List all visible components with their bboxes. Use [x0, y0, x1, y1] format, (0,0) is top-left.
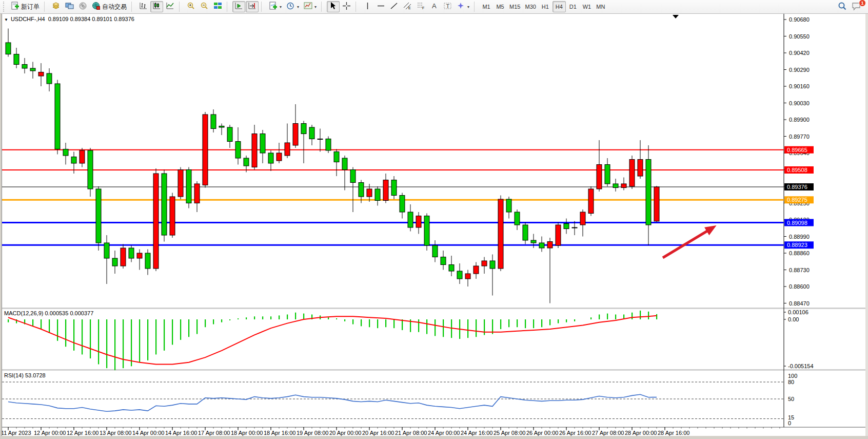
tile-windows-button[interactable] [211, 1, 224, 12]
svg-text:0.88860: 0.88860 [789, 250, 810, 256]
time-label: 28 Apr 00:00 [625, 430, 657, 436]
macd-histogram-bar [533, 319, 534, 328]
candle-body [260, 134, 265, 154]
chevron-down-icon: ▾ [314, 5, 317, 9]
timeframe-h4-button[interactable]: H4 [553, 1, 566, 12]
candle-body [63, 149, 68, 156]
separator [179, 2, 183, 12]
macd-histogram-bar [295, 313, 296, 319]
candle-body [539, 243, 544, 248]
svg-text:50: 50 [788, 396, 794, 402]
line-chart-type-button[interactable] [164, 1, 176, 12]
candle-body [383, 180, 388, 201]
timeframe-m15-button[interactable]: M15 [507, 1, 522, 12]
bar-chart-type-button[interactable] [137, 1, 150, 12]
candle-chart-type-button[interactable] [150, 1, 163, 12]
timeframe-h1-button[interactable]: H1 [539, 1, 552, 12]
macd-histogram-bar [196, 319, 198, 334]
candle-body [408, 212, 413, 227]
macd-histogram-bar [65, 319, 66, 347]
candle-body [523, 225, 528, 240]
chart-symbol-timeframe: USDCHF-,H4 [11, 16, 45, 22]
candle-body [318, 139, 323, 140]
candle-body [252, 134, 257, 167]
indicators-icon [269, 2, 278, 12]
navigator-icon [65, 2, 74, 12]
macd-histogram-bar [123, 319, 124, 368]
candle-body [14, 54, 19, 65]
auto-trading-button[interactable]: 自动交易 [90, 1, 129, 12]
text-tool-button[interactable]: A [428, 1, 441, 12]
templates-button[interactable]: ▾ [302, 1, 319, 12]
notifications-button[interactable]: 1 [850, 1, 863, 12]
timeframe-m1-button[interactable]: M1 [480, 1, 493, 12]
macd-histogram-bar [155, 319, 156, 354]
indicators-button[interactable]: ▾ [267, 1, 284, 12]
svg-text:0.88470: 0.88470 [789, 300, 810, 307]
candle-body [244, 158, 249, 166]
timeframe-mn-button[interactable]: MN [594, 1, 607, 12]
cursor-tool-button[interactable] [327, 1, 340, 12]
vertical-line-icon [363, 2, 372, 12]
candle-body [104, 243, 109, 258]
macd-histogram-bar [82, 319, 83, 354]
navigator-button[interactable] [63, 1, 76, 12]
crosshair-tool-button[interactable] [340, 1, 353, 12]
svg-text:0.88990: 0.88990 [789, 234, 810, 240]
vertical-line-tool-button[interactable] [361, 1, 374, 12]
candle-body [424, 216, 429, 246]
price-line-label-0.89275: 0.89275 [784, 196, 814, 203]
auto-scroll-button[interactable] [232, 1, 245, 12]
macd-histogram-bar [106, 319, 107, 368]
timeframe-d1-button[interactable]: D1 [566, 1, 580, 12]
candle-body [153, 174, 159, 269]
horizontal-line-icon [377, 2, 385, 12]
trendline-tool-button[interactable] [388, 1, 401, 12]
channel-tool-button[interactable]: E [401, 1, 414, 12]
svg-text:100: 100 [788, 373, 797, 379]
bar-chart-icon [139, 2, 148, 12]
timeframe-w1-button[interactable]: W1 [580, 1, 594, 12]
time-label: 19 Apr 08:00 [297, 430, 328, 436]
search-button[interactable] [836, 1, 849, 12]
macd-histogram-bar [238, 318, 239, 319]
chevron-down-icon: ▾ [297, 5, 299, 9]
zoom-in-button[interactable] [185, 1, 198, 12]
candle-body [359, 183, 364, 197]
svg-text:0.90030: 0.90030 [789, 100, 810, 106]
candle-body [88, 150, 93, 189]
chart-canvas[interactable]: 0.906800.905500.904200.902900.901600.900… [0, 0, 868, 439]
periods-button[interactable]: ▾ [284, 1, 301, 12]
candle-body [416, 216, 421, 228]
window-bottom-edge[interactable] [0, 436, 868, 439]
svg-text:T: T [446, 3, 450, 9]
candle-body [235, 142, 241, 159]
time-label: 11 Apr 2023 [1, 430, 31, 436]
horizontal-line-tool-button[interactable] [374, 1, 387, 12]
zoom-out-button[interactable] [198, 1, 211, 12]
chart-shift-button[interactable] [246, 1, 259, 12]
candle-body [580, 212, 585, 225]
macd-histogram-bar [8, 319, 9, 322]
terminal-button[interactable] [76, 1, 89, 12]
collapse-triangle-icon[interactable]: ▼ [4, 17, 8, 22]
macd-histogram-bar [377, 319, 378, 328]
svg-text:0.90680: 0.90680 [789, 16, 810, 23]
timeframe-m5-button[interactable]: M5 [494, 1, 507, 12]
toolbar-grip[interactable] [3, 2, 7, 12]
candle-body [564, 224, 569, 229]
text-label-tool-button[interactable]: T [441, 1, 454, 12]
macd-histogram-bar [361, 319, 362, 326]
timeframe-m30-button[interactable]: M30 [523, 1, 538, 12]
fibonacci-tool-button[interactable]: F [415, 1, 427, 12]
candle-body [515, 212, 520, 225]
new-order-button[interactable]: 新订单 [9, 1, 42, 12]
market-watch-button[interactable] [50, 1, 63, 12]
window-right-edge[interactable] [865, 13, 868, 439]
candle-body [629, 160, 635, 187]
candle-body [293, 124, 298, 146]
zoom-in-icon [187, 2, 195, 12]
arrows-tool-button[interactable]: ▾ [455, 1, 471, 12]
text-label-icon: T [443, 2, 452, 12]
svg-text:0.89900: 0.89900 [789, 117, 810, 123]
